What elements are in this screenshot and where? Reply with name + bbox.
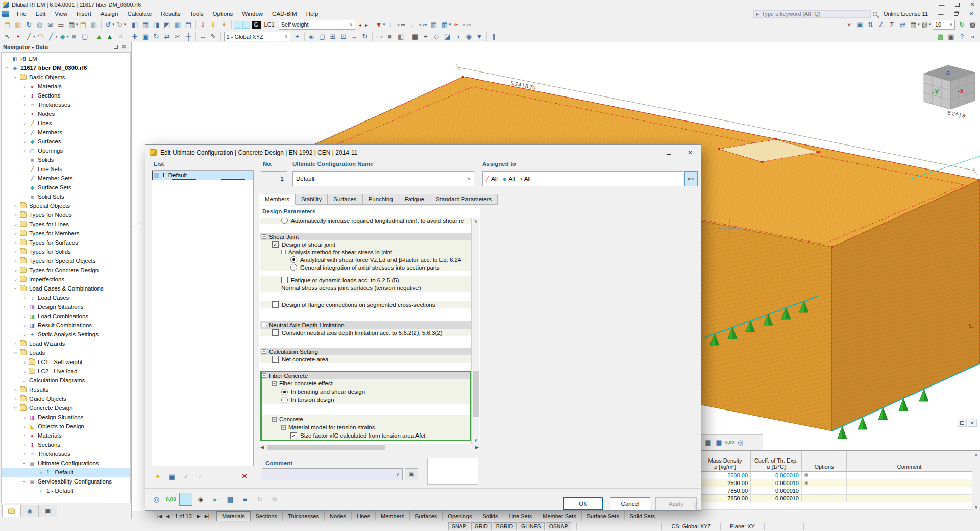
chevron-right-icon[interactable]: ›	[21, 359, 28, 365]
table-close-icon[interactable]: ✕	[968, 419, 977, 427]
webservice-icon[interactable]: ◍	[34, 19, 45, 30]
chevron-right-icon[interactable]: ›	[12, 276, 19, 282]
email-icon[interactable]: ✉	[45, 19, 56, 30]
collapse-icon[interactable]: −	[272, 381, 277, 386]
radio-icon[interactable]	[281, 218, 288, 224]
chevron-down-icon[interactable]: ›	[13, 74, 19, 81]
rotate-icon[interactable]: ↻	[151, 32, 162, 42]
coordinate-system-combo[interactable]: 1 - Global XYZ∨	[224, 32, 290, 41]
tree-item-special-objects[interactable]: ›Special Objects	[2, 201, 130, 210]
table-options-icon[interactable]: ▦	[908, 19, 919, 30]
menu-calculate[interactable]: Calculate	[122, 10, 156, 18]
table-tab-surface-sets[interactable]: Surface Sets	[582, 511, 625, 521]
table-tab-line-sets[interactable]: Line Sets	[503, 511, 537, 521]
param-check[interactable]: ✓Design of shear joint	[260, 240, 472, 248]
chevron-down-icon[interactable]: ›	[21, 478, 28, 485]
apply-to-selected-icon[interactable]: ▸	[209, 493, 222, 506]
menu-help[interactable]: Help	[302, 10, 323, 18]
sum-icon[interactable]: Σ	[887, 19, 897, 30]
table-tab-openings[interactable]: Openings	[443, 511, 477, 521]
tree-item-load-cases[interactable]: ›↓Load Cases	[2, 293, 130, 302]
annotation-icon[interactable]: ✎	[208, 32, 219, 42]
tab-fatigue[interactable]: Fatigue	[399, 194, 430, 205]
tree-item-concrete-design[interactable]: ›Concrete Design	[2, 403, 130, 413]
table-tab-nodes[interactable]: Nodes	[325, 511, 352, 521]
member-hinge-icon[interactable]: ○	[115, 32, 126, 42]
chevron-right-icon[interactable]: ›	[12, 221, 19, 227]
assigned-field[interactable]: ╱All◆All•All	[482, 171, 683, 186]
toggle-osnap[interactable]: OSNAP	[546, 522, 572, 530]
chevron-right-icon[interactable]: ›	[21, 432, 28, 439]
param-check[interactable]: ✓Size factor κfG calculated from tension…	[260, 431, 472, 440]
tree-item-types-for-lines[interactable]: ›Types for Lines	[2, 220, 130, 229]
table-tab-member-sets[interactable]: Member Sets	[537, 511, 581, 521]
chevron-right-icon[interactable]: ›	[21, 138, 28, 144]
gear-icon[interactable]: ✱	[804, 472, 808, 479]
tree-item-nodes[interactable]: ›•Nodes	[2, 109, 130, 118]
line-support-icon[interactable]: ▲	[105, 32, 115, 42]
tree-item-calculation-diagrams[interactable]: ≈Calculation Diagrams	[2, 376, 130, 385]
mirror-icon[interactable]: ⇄	[162, 32, 173, 42]
chevron-right-icon[interactable]: ›	[21, 148, 28, 154]
output-toggle-icon[interactable]: ◩	[162, 19, 173, 30]
table-tab-materials[interactable]: Materials	[216, 511, 251, 521]
save-template-icon[interactable]: ▤	[224, 493, 237, 506]
chevron-right-icon[interactable]: ›	[21, 451, 28, 457]
panels-toggle-icon[interactable]: ▤	[183, 19, 194, 30]
params-horizontal-scrollbar[interactable]: ◀▶	[259, 444, 480, 451]
units-settings-icon[interactable]: 0,00	[164, 493, 178, 506]
tab-punching[interactable]: Punching	[363, 194, 399, 205]
chevron-right-icon[interactable]: ›	[12, 239, 19, 246]
refresh-icon[interactable]: ↻	[957, 19, 967, 30]
chevron-down-icon[interactable]: ›	[13, 404, 19, 412]
param-radio[interactable]: General integration of axial stresses in…	[260, 263, 472, 271]
tab-navigator-data[interactable]	[2, 505, 20, 517]
zoom-all-icon[interactable]: ⊡	[338, 32, 349, 42]
select-objects-icon[interactable]: ◈	[194, 493, 207, 506]
new-load-case-icon[interactable]: ⇓	[198, 19, 208, 30]
tree-item-types-for-nodes[interactable]: ›Types for Nodes	[2, 210, 130, 220]
sync-model-icon[interactable]: ↻	[23, 19, 34, 30]
param-node[interactable]: −Analysis method for shear stress in joi…	[260, 248, 472, 256]
chevron-right-icon[interactable]: ›	[21, 111, 28, 117]
tree-item-11617-fiber-dm-0300-rf6[interactable]: ›◆11617 fiber DM_0300.rf6	[2, 63, 130, 73]
checkbox-icon[interactable]	[272, 356, 279, 363]
undo-icon[interactable]: ↺	[103, 19, 114, 30]
new-printout-icon[interactable]: ▤	[78, 19, 89, 30]
checkbox-icon[interactable]	[281, 277, 288, 283]
tree-item-lines[interactable]: ›╱Lines	[2, 118, 130, 128]
show-load-values-icon[interactable]: x.xx	[396, 22, 407, 27]
table-settings-icon[interactable]: ▦	[714, 437, 724, 447]
dialog-maximize-icon[interactable]	[658, 146, 679, 159]
chevron-right-icon[interactable]: ›	[12, 249, 19, 255]
table-tab-sections[interactable]: Sections	[251, 511, 283, 521]
chevron-right-icon[interactable]: ›	[12, 203, 19, 209]
display-options-icon[interactable]: ▧	[919, 19, 930, 30]
tree-item-result-combinations[interactable]: ›◨Result Combinations	[2, 321, 130, 330]
open-model-icon[interactable]: ▥	[13, 19, 23, 30]
prev-page-icon[interactable]: ◀	[164, 513, 172, 519]
chevron-right-icon[interactable]: ›	[12, 212, 19, 218]
table-print-icon[interactable]: ▤	[703, 437, 714, 447]
chevron-right-icon[interactable]: ›	[21, 322, 28, 328]
prev-load-case-icon[interactable]: ◂	[357, 19, 363, 30]
filter-icon[interactable]: ▼	[474, 32, 485, 42]
library-toggle-icon[interactable]: ◨	[151, 19, 162, 30]
tab-navigator-views[interactable]: ◉	[20, 505, 39, 517]
chevron-right-icon[interactable]: ›	[12, 387, 19, 393]
configuration-list[interactable]: 1 Default	[152, 170, 254, 466]
list-item[interactable]: 1 Default	[152, 171, 253, 180]
collapse-icon[interactable]: −	[262, 349, 266, 354]
new-arc-icon[interactable]: ◠	[35, 32, 46, 42]
menu-cad-bim[interactable]: CAD-BIM	[267, 10, 302, 18]
menu-window[interactable]: Window	[237, 10, 267, 18]
tree-item-load-wizards[interactable]: ›Load Wizards	[2, 339, 130, 348]
workplane-icon[interactable]: ◇	[431, 32, 442, 42]
dialog-minimize-icon[interactable]: —	[636, 146, 658, 159]
name-combobox[interactable]: Default ∨	[292, 171, 474, 186]
panel-icon[interactable]: ▩	[967, 19, 978, 30]
color-scheme-icon[interactable]	[179, 493, 192, 506]
chevron-right-icon[interactable]: ›	[12, 258, 19, 264]
zoom-window-icon[interactable]: ⊞	[328, 32, 338, 42]
chevron-right-icon[interactable]: ›	[12, 267, 19, 273]
